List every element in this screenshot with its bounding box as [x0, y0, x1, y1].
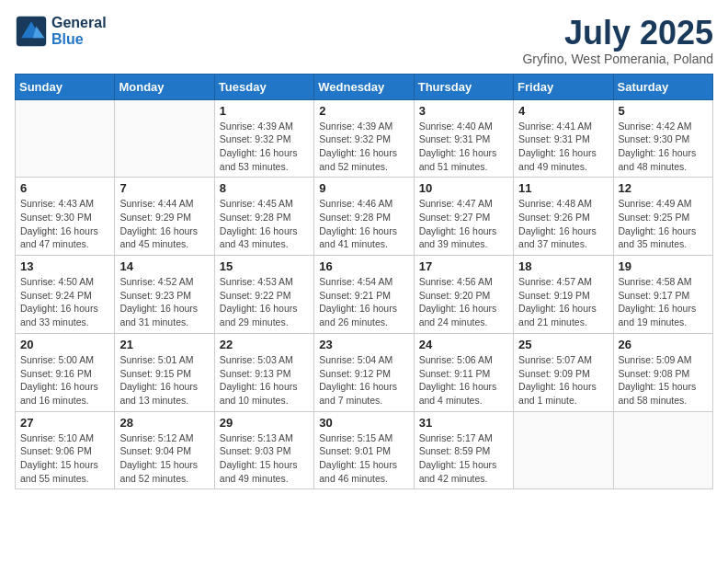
- calendar-week-row: 20Sunrise: 5:00 AM Sunset: 9:16 PM Dayli…: [16, 333, 713, 411]
- calendar-week-row: 6Sunrise: 4:43 AM Sunset: 9:30 PM Daylig…: [16, 178, 713, 256]
- day-number: 29: [220, 416, 309, 430]
- calendar-cell: 20Sunrise: 5:00 AM Sunset: 9:16 PM Dayli…: [16, 333, 115, 411]
- day-info: Sunrise: 4:56 AM Sunset: 9:20 PM Dayligh…: [419, 275, 508, 329]
- calendar-cell: 7Sunrise: 4:44 AM Sunset: 9:29 PM Daylig…: [115, 178, 214, 256]
- day-number: 19: [619, 259, 708, 273]
- day-number: 7: [119, 181, 209, 195]
- calendar-cell: 26Sunrise: 5:09 AM Sunset: 9:08 PM Dayli…: [613, 333, 712, 411]
- day-header: Tuesday: [214, 74, 313, 99]
- calendar-cell: 31Sunrise: 5:17 AM Sunset: 8:59 PM Dayli…: [414, 411, 513, 489]
- day-number: 1: [220, 104, 309, 118]
- day-info: Sunrise: 4:40 AM Sunset: 9:31 PM Dayligh…: [419, 120, 508, 174]
- day-info: Sunrise: 4:50 AM Sunset: 9:24 PM Dayligh…: [20, 275, 109, 329]
- day-info: Sunrise: 5:09 AM Sunset: 9:08 PM Dayligh…: [619, 353, 708, 408]
- day-number: 24: [419, 338, 508, 351]
- day-number: 28: [119, 416, 209, 430]
- calendar-cell: 5Sunrise: 4:42 AM Sunset: 9:30 PM Daylig…: [613, 99, 712, 178]
- day-header: Sunday: [16, 74, 115, 99]
- day-info: Sunrise: 4:48 AM Sunset: 9:26 PM Dayligh…: [518, 197, 608, 251]
- day-number: 5: [619, 104, 708, 118]
- day-info: Sunrise: 4:44 AM Sunset: 9:29 PM Dayligh…: [119, 197, 209, 251]
- day-number: 15: [220, 259, 309, 273]
- calendar-cell: 27Sunrise: 5:10 AM Sunset: 9:06 PM Dayli…: [16, 411, 115, 489]
- day-number: 20: [20, 338, 109, 351]
- calendar-header-row: SundayMondayTuesdayWednesdayThursdayFrid…: [16, 74, 713, 99]
- calendar-cell: 16Sunrise: 4:54 AM Sunset: 9:21 PM Dayli…: [314, 256, 414, 334]
- day-info: Sunrise: 5:01 AM Sunset: 9:15 PM Dayligh…: [119, 353, 209, 408]
- day-info: Sunrise: 5:12 AM Sunset: 9:04 PM Dayligh…: [119, 431, 209, 486]
- day-info: Sunrise: 4:57 AM Sunset: 9:19 PM Dayligh…: [518, 275, 608, 329]
- day-number: 11: [518, 181, 608, 195]
- day-info: Sunrise: 4:47 AM Sunset: 9:27 PM Dayligh…: [419, 197, 508, 251]
- logo: General Blue: [15, 15, 107, 48]
- calendar-week-row: 27Sunrise: 5:10 AM Sunset: 9:06 PM Dayli…: [16, 411, 713, 489]
- calendar-cell: 11Sunrise: 4:48 AM Sunset: 9:26 PM Dayli…: [514, 178, 613, 256]
- calendar-cell: [115, 99, 214, 178]
- day-number: 22: [220, 338, 309, 351]
- calendar-cell: [613, 411, 712, 489]
- day-header: Friday: [514, 74, 613, 99]
- day-number: 18: [518, 259, 608, 273]
- day-number: 16: [319, 259, 408, 273]
- day-number: 3: [419, 104, 508, 118]
- day-info: Sunrise: 5:13 AM Sunset: 9:03 PM Dayligh…: [220, 431, 309, 486]
- calendar-cell: 30Sunrise: 5:15 AM Sunset: 9:01 PM Dayli…: [314, 411, 414, 489]
- day-info: Sunrise: 4:46 AM Sunset: 9:28 PM Dayligh…: [319, 197, 408, 251]
- day-info: Sunrise: 5:10 AM Sunset: 9:06 PM Dayligh…: [20, 431, 109, 486]
- day-number: 21: [119, 338, 209, 351]
- day-number: 13: [20, 259, 109, 273]
- calendar-week-row: 1Sunrise: 4:39 AM Sunset: 9:32 PM Daylig…: [16, 99, 713, 178]
- calendar-week-row: 13Sunrise: 4:50 AM Sunset: 9:24 PM Dayli…: [16, 256, 713, 334]
- day-number: 10: [419, 181, 508, 195]
- day-info: Sunrise: 5:17 AM Sunset: 8:59 PM Dayligh…: [419, 431, 508, 486]
- calendar-cell: 2Sunrise: 4:39 AM Sunset: 9:32 PM Daylig…: [314, 99, 414, 178]
- calendar-cell: 23Sunrise: 5:04 AM Sunset: 9:12 PM Dayli…: [314, 333, 414, 411]
- day-number: 12: [619, 181, 708, 195]
- calendar-cell: 17Sunrise: 4:56 AM Sunset: 9:20 PM Dayli…: [414, 256, 513, 334]
- logo-icon: [15, 15, 48, 48]
- day-info: Sunrise: 4:41 AM Sunset: 9:31 PM Dayligh…: [518, 120, 608, 174]
- day-info: Sunrise: 4:54 AM Sunset: 9:21 PM Dayligh…: [319, 275, 408, 329]
- calendar-cell: 12Sunrise: 4:49 AM Sunset: 9:25 PM Dayli…: [613, 178, 712, 256]
- day-info: Sunrise: 4:42 AM Sunset: 9:30 PM Dayligh…: [619, 120, 708, 174]
- calendar-cell: 13Sunrise: 4:50 AM Sunset: 9:24 PM Dayli…: [16, 256, 115, 334]
- calendar-cell: 4Sunrise: 4:41 AM Sunset: 9:31 PM Daylig…: [514, 99, 613, 178]
- day-info: Sunrise: 4:45 AM Sunset: 9:28 PM Dayligh…: [220, 197, 309, 251]
- day-info: Sunrise: 5:06 AM Sunset: 9:11 PM Dayligh…: [419, 353, 508, 408]
- calendar-cell: 28Sunrise: 5:12 AM Sunset: 9:04 PM Dayli…: [115, 411, 214, 489]
- day-number: 14: [119, 259, 209, 273]
- day-info: Sunrise: 4:39 AM Sunset: 9:32 PM Dayligh…: [220, 120, 309, 174]
- calendar-cell: 18Sunrise: 4:57 AM Sunset: 9:19 PM Dayli…: [514, 256, 613, 334]
- day-info: Sunrise: 5:00 AM Sunset: 9:16 PM Dayligh…: [20, 353, 109, 408]
- calendar-cell: 19Sunrise: 4:58 AM Sunset: 9:17 PM Dayli…: [613, 256, 712, 334]
- day-number: 4: [518, 104, 608, 118]
- calendar-cell: 10Sunrise: 4:47 AM Sunset: 9:27 PM Dayli…: [414, 178, 513, 256]
- day-header: Monday: [115, 74, 214, 99]
- day-number: 27: [20, 416, 109, 430]
- day-number: 9: [319, 181, 408, 195]
- calendar-cell: 6Sunrise: 4:43 AM Sunset: 9:30 PM Daylig…: [16, 178, 115, 256]
- month-title: July 2025: [522, 15, 713, 52]
- day-header: Thursday: [414, 74, 513, 99]
- calendar-cell: 22Sunrise: 5:03 AM Sunset: 9:13 PM Dayli…: [214, 333, 313, 411]
- day-number: 17: [419, 259, 508, 273]
- calendar-cell: 8Sunrise: 4:45 AM Sunset: 9:28 PM Daylig…: [214, 178, 313, 256]
- day-number: 6: [20, 181, 109, 195]
- day-info: Sunrise: 4:52 AM Sunset: 9:23 PM Dayligh…: [119, 275, 209, 329]
- title-block: July 2025 Gryfino, West Pomerania, Polan…: [522, 15, 713, 66]
- day-header: Saturday: [613, 74, 712, 99]
- calendar-cell: 15Sunrise: 4:53 AM Sunset: 9:22 PM Dayli…: [214, 256, 313, 334]
- day-number: 23: [319, 338, 408, 351]
- day-info: Sunrise: 4:43 AM Sunset: 9:30 PM Dayligh…: [20, 197, 109, 251]
- calendar-cell: [16, 99, 115, 178]
- calendar-cell: 21Sunrise: 5:01 AM Sunset: 9:15 PM Dayli…: [115, 333, 214, 411]
- calendar-cell: 25Sunrise: 5:07 AM Sunset: 9:09 PM Dayli…: [514, 333, 613, 411]
- calendar-cell: 1Sunrise: 4:39 AM Sunset: 9:32 PM Daylig…: [214, 99, 313, 178]
- day-number: 2: [319, 104, 408, 118]
- location-subtitle: Gryfino, West Pomerania, Poland: [522, 52, 713, 66]
- day-header: Wednesday: [314, 74, 414, 99]
- day-info: Sunrise: 5:04 AM Sunset: 9:12 PM Dayligh…: [319, 353, 408, 408]
- day-number: 8: [220, 181, 309, 195]
- calendar-cell: [514, 411, 613, 489]
- day-info: Sunrise: 5:03 AM Sunset: 9:13 PM Dayligh…: [220, 353, 309, 408]
